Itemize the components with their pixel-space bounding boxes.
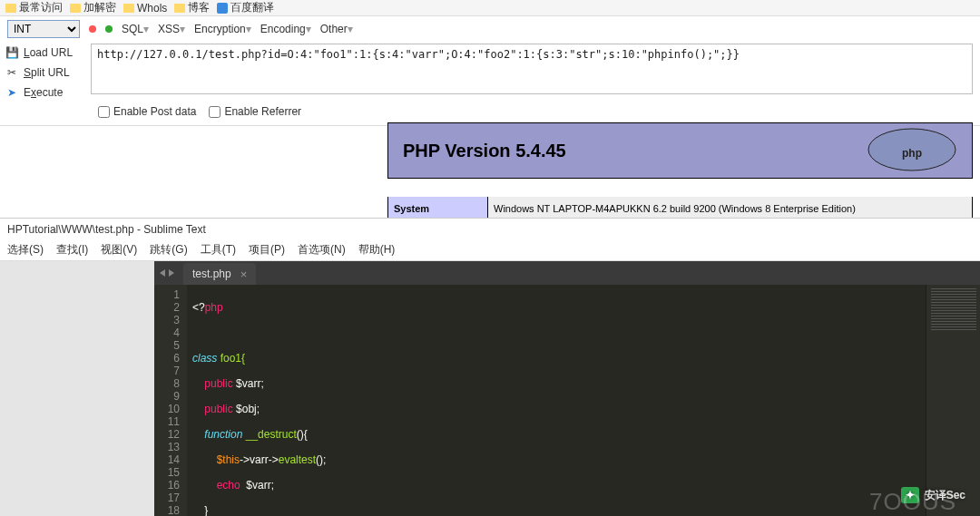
url-input[interactable]: http://127.0.0.1/test.php?id=O:4:"foo1":… [91,44,973,94]
tab-bar: test.php× [154,261,980,285]
menu-prefs[interactable]: 首选项(N) [298,242,346,258]
scissors-icon: ✂ [5,66,18,79]
editor[interactable]: 1234567891011121314151617181920 <?php cl… [154,285,980,516]
menu-sql[interactable]: SQL▾ [122,23,149,35]
enable-post-checkbox[interactable]: Enable Post data [98,105,196,118]
enable-referrer-checkbox[interactable]: Enable Referrer [209,105,301,118]
menu-help[interactable]: 帮助(H) [358,242,396,258]
split-url-button[interactable]: ✂Split URL [4,63,85,82]
tab-testphp[interactable]: test.php× [183,263,256,285]
menu-bar: 选择(S) 查找(I) 视图(V) 跳转(G) 工具(T) 项目(P) 首选项(… [0,239,980,261]
menu-tools[interactable]: 工具(T) [201,242,236,258]
sublime-window: HPTutorial\WWW\test.php - Sublime Text —… [0,218,980,516]
bookmark-item[interactable]: 最常访问 [5,0,63,15]
line-numbers: 1234567891011121314151617181920 [154,285,187,516]
hackbar-toolbar: INT SQL▾ XSS▾ Encryption▾ Encoding▾ Othe… [0,16,980,42]
system-label: System [388,197,488,219]
play-icon[interactable] [105,25,113,33]
menu-view[interactable]: 视图(V) [101,242,137,258]
encoding-select[interactable]: INT [7,20,80,38]
bookmark-item[interactable]: 博客 [174,0,210,15]
menu-goto[interactable]: 跳转(G) [150,242,187,258]
sidebar[interactable] [0,261,154,516]
hackbar-panel: INT SQL▾ XSS▾ Encryption▾ Encoding▾ Othe… [0,16,980,126]
hackbar-actions: 💾Load URL ✂Split URL ➤Execute [0,42,89,103]
system-value: Windows NT LAPTOP-M4APUKKN 6.2 build 920… [488,197,972,219]
menu-find[interactable]: 查找(I) [56,242,88,258]
load-url-button[interactable]: 💾Load URL [4,44,85,62]
disk-icon: 💾 [5,46,18,59]
menu-project[interactable]: 项目(P) [249,242,285,258]
menu-xss[interactable]: XSS▾ [158,23,185,35]
arrow-right-icon: ➤ [5,86,18,99]
close-icon[interactable]: × [240,268,248,281]
minimap[interactable] [926,285,980,516]
php-version-title: PHP Version 5.4.45 [403,141,566,161]
bookmarks-bar: 最常访问 加解密 Whols 博客 百度翻译 [0,0,980,16]
tab-next-icon[interactable] [169,269,174,277]
phpinfo-page: PHP Version 5.4.45 php System Windows NT… [387,122,973,220]
svg-text:php: php [902,147,922,160]
folder-icon [174,4,185,13]
phpinfo-header: PHP Version 5.4.45 php [387,122,973,179]
folder-icon [70,4,81,13]
tab-prev-icon[interactable] [160,269,165,277]
code-area[interactable]: <?php class foo1{ public $varr; public $… [187,285,926,516]
menu-encryption[interactable]: Encryption▾ [194,23,251,35]
execute-button[interactable]: ➤Execute [4,83,85,102]
window-title: HPTutorial\WWW\test.php - Sublime Text [0,218,980,239]
php-logo-icon: php [867,127,957,175]
bookmark-item[interactable]: 百度翻译 [217,0,274,15]
app-icon [217,3,228,14]
folder-icon [5,4,16,13]
record-icon[interactable] [89,25,96,33]
folder-icon [123,4,134,13]
menu-other[interactable]: Other▾ [320,23,353,35]
bookmark-item[interactable]: Whols [123,2,167,15]
menu-encoding[interactable]: Encoding▾ [260,23,311,35]
bookmark-item[interactable]: 加解密 [70,0,116,15]
menu-select[interactable]: 选择(S) [7,242,44,258]
